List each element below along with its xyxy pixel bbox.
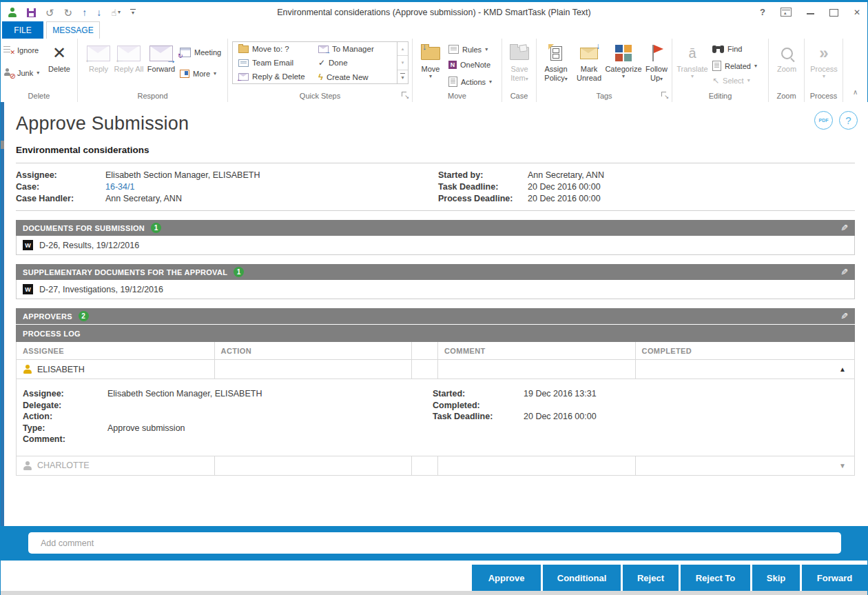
ribbon-group-tags: Assign Policy▾ ↓ Mark Unread Categorize … [537, 39, 672, 102]
quick-step-team-email[interactable]: Team Email [238, 59, 293, 67]
document-row[interactable]: W D-26, Results, 19/12/2016 [16, 236, 855, 255]
close-icon[interactable]: ✕ [854, 8, 860, 17]
ribbon-tab-row: FILE MESSAGE [1, 21, 867, 39]
minimize-icon[interactable] [807, 9, 814, 16]
ribbon-group-editing: ā Translate ▾ Find Related▾ ↖ Select▾ Ed… [672, 39, 769, 102]
categorize-button[interactable]: Categorize ▾ [606, 41, 641, 79]
document-title[interactable]: D-26, Results, 19/12/2016 [39, 241, 139, 250]
dropdown-arrow-icon: ▾ [214, 71, 216, 77]
actions-button[interactable]: Actions▾ [448, 77, 492, 87]
mark-unread-button[interactable]: ↓ Mark Unread [574, 41, 604, 83]
document-title[interactable]: D-27, Investigations, 19/12/2016 [39, 285, 163, 294]
task-deadline-label: Task Deadline: [438, 181, 528, 193]
reply-button[interactable]: ← Reply [83, 41, 114, 74]
save-item-icon [510, 47, 529, 60]
assign-policy-button[interactable]: Assign Policy▾ [539, 41, 572, 83]
select-button[interactable]: ↖ Select▾ [712, 77, 750, 85]
undo-icon[interactable]: ↺ [45, 8, 54, 18]
assignee-name: CHARLOTTE [37, 461, 90, 470]
related-label: Related [725, 62, 751, 70]
quick-step-reply-delete[interactable]: ←Reply & Delete [238, 72, 305, 81]
save-icon[interactable] [27, 8, 36, 17]
process-log-row-elisabeth[interactable]: ELISABETH ▲ [16, 360, 855, 379]
dropdown-arrow-icon: ▾ [37, 70, 39, 76]
customize-qat-button[interactable]: ▾ [130, 9, 136, 16]
process-log-row-charlotte[interactable]: CHARLOTTE ▼ [16, 456, 855, 476]
process-log-column-headers: ASSIGNEE ACTION COMMENT COMPLETED [16, 342, 855, 360]
ribbon-display-options-icon[interactable] [781, 8, 792, 17]
redo-icon[interactable]: ↻ [64, 8, 73, 18]
detail-started-value: 19 Dec 2016 13:31 [524, 389, 597, 399]
case-label: Case: [16, 181, 105, 193]
edit-pencil-icon[interactable]: ✎ [840, 267, 848, 277]
quick-step-to-manager[interactable]: →To Manager [318, 45, 374, 53]
quick-step-create-new[interactable]: ϟCreate New [318, 72, 369, 81]
onenote-button[interactable]: N OneNote [448, 61, 490, 69]
document-row[interactable]: W D-27, Investigations, 19/12/2016 [16, 280, 855, 299]
scroll-down-icon[interactable]: ▾ [397, 55, 408, 69]
related-button[interactable]: Related▾ [712, 61, 757, 71]
previous-item-icon[interactable]: ↑ [82, 8, 87, 17]
approve-button[interactable]: Approve [472, 565, 541, 591]
section-header-documents: DOCUMENTS FOR SUBMISSION 1 ✎ [16, 220, 855, 236]
next-item-icon[interactable]: ↓ [96, 8, 101, 17]
rules-button[interactable]: Rules▾ [448, 45, 488, 54]
expand-row-icon[interactable]: ▼ [839, 462, 854, 470]
zoom-button[interactable]: Zoom [771, 41, 803, 74]
assign-policy-label: Assign Policy [544, 65, 567, 82]
reply-all-arrow-icon: ← [114, 54, 125, 64]
edit-pencil-icon[interactable]: ✎ [840, 223, 848, 233]
quick-step-done[interactable]: ✓Done [318, 59, 348, 67]
splitter-handle[interactable] [1, 141, 4, 149]
process-button[interactable]: » Process ▾ [807, 41, 841, 79]
detail-left: Assignee:Elisabeth Section Manager, ELIS… [17, 388, 433, 445]
move-arrow-icon: ↓ [422, 42, 427, 51]
ignore-x-icon: ✕ [10, 49, 15, 56]
maximize-icon[interactable] [829, 9, 838, 17]
contact-icon[interactable] [8, 8, 17, 17]
scroll-up-icon[interactable]: ▴ [397, 42, 408, 55]
conditional-button[interactable]: Conditional [543, 565, 621, 591]
tab-message[interactable]: MESSAGE [46, 21, 100, 39]
pane-help-icon[interactable]: ? [839, 111, 858, 130]
find-button[interactable]: Find [712, 45, 742, 53]
delete-button[interactable]: ✕ Delete [43, 41, 75, 74]
ribbon-group-zoom: Zoom Zoom [769, 39, 805, 102]
quick-steps-scrollbar[interactable]: ▴ ▾ ▾ [397, 42, 408, 83]
lightning-icon: ϟ [318, 72, 323, 81]
detail-delegate-label: Delegate: [23, 400, 107, 412]
touch-mode-button[interactable]: ☝▾ [111, 8, 121, 17]
save-item-button[interactable]: Save Item▾ [504, 41, 535, 83]
collapse-ribbon-icon[interactable]: ∧ [853, 88, 858, 96]
forward-button[interactable]: → Forward [144, 41, 178, 74]
edit-pencil-icon[interactable]: ✎ [840, 311, 848, 321]
help-icon[interactable]: ? [760, 7, 765, 17]
translate-button[interactable]: ā Translate ▾ [676, 41, 709, 79]
onenote-icon: N [448, 61, 457, 69]
forward-button-footer[interactable]: Forward [802, 565, 867, 591]
meeting-button[interactable]: ↻ Meeting [180, 48, 221, 57]
window-title: Environmental considerations (Approve su… [277, 8, 591, 17]
junk-button[interactable]: ⊘ Junk▾ [3, 68, 39, 78]
move-button[interactable]: ↓ Move ▾ [415, 41, 446, 79]
quick-step-move-to[interactable]: Move to: ? [238, 45, 289, 53]
more-respond-button[interactable]: More▾ [180, 70, 216, 78]
process-icon: » [819, 46, 828, 59]
follow-up-button[interactable]: Follow Up▾ [643, 41, 670, 83]
reject-button[interactable]: Reject [623, 565, 679, 591]
tab-file[interactable]: FILE [2, 21, 43, 39]
reply-all-button[interactable]: ← Reply All [114, 41, 144, 74]
detail-right: Started:19 Dec 2016 13:31 Completed: Tas… [433, 388, 597, 445]
dropdown-arrow-icon: ▾ [118, 10, 121, 15]
ribbon-group-process: » Process ▾ Process [805, 39, 843, 102]
reject-to-button[interactable]: Reject To [681, 565, 750, 591]
pdf-export-icon[interactable]: PDF [814, 111, 833, 130]
skip-button[interactable]: Skip [752, 565, 800, 591]
add-comment-input[interactable] [28, 532, 841, 554]
quick-step-label: Reply & Delete [252, 72, 305, 81]
case-number-link[interactable]: 16-34/1 [105, 182, 134, 192]
collapse-row-icon[interactable]: ▲ [839, 365, 854, 373]
gallery-more-icon[interactable]: ▾ [397, 70, 408, 83]
junk-label: Junk [17, 69, 33, 77]
ignore-button[interactable]: ✕ Ignore [3, 46, 39, 54]
